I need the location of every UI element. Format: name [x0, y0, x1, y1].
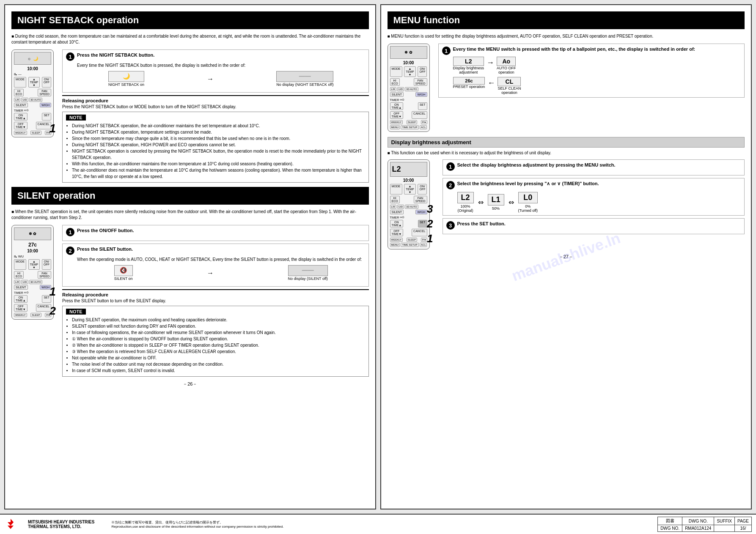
- night-setback-section: NIGHT SETBACK operation During the cold …: [11, 11, 369, 183]
- note-item-1-6: With this function, the air-conditioner …: [72, 161, 365, 167]
- note-list-silent: During SILENT operation, the maximum coo…: [66, 317, 365, 374]
- 3d-auto-btn: 3D AUTO: [29, 98, 43, 102]
- note-box-silent: NOTE During SILENT operation, the maximu…: [62, 306, 369, 377]
- menu-temp-btn: ▲TEMP▼: [404, 66, 415, 77]
- brightness-off-cancel-row: OFFTIME▼ CANCEL: [390, 229, 427, 236]
- display-on-icon: 🌙: [108, 71, 144, 82]
- menu-step1-box: 1 Every time the MENU switch is pressed …: [438, 44, 745, 98]
- brightness-on-btn: ONTIME▲: [390, 220, 404, 227]
- fan-speed-btn: FANSPEED: [38, 89, 51, 96]
- releasing-box-silent: Releasing procedure Press the SILENT but…: [62, 289, 369, 303]
- bottom-row-2: WEEKLY SLEEP P/♦: [14, 313, 51, 317]
- silent-note-3: In case of following operations, the air…: [72, 329, 365, 336]
- left-panel: NIGHT SETBACK operation During the cold …: [4, 4, 376, 509]
- footer-table: 図書 DWG NO. SUFFIX PAGE DWG NO. RMA012A12…: [657, 517, 752, 532]
- off-cancel-row-2: OFFTIME▼ CANCEL: [14, 304, 51, 312]
- menu-off-cancel-row: OFFTIME▼ CANCEL: [390, 111, 427, 119]
- bright-l1: L1 50%: [488, 194, 504, 211]
- night-setback-remote-wrapper: ☼ 🌙 10:00 8ₒ — MODE ▲TEMP▼ ON/OFF: [11, 49, 54, 137]
- silent-note-8: The noise level of the outdoor unit may …: [72, 361, 365, 367]
- menu-bottom-labels: MENU TIME SETUP ACL: [390, 125, 427, 129]
- menu-lr-btn: L/R: [390, 87, 396, 91]
- step-num-1a: 1: [49, 122, 56, 135]
- brightness-set-btn: SET: [418, 220, 427, 227]
- releasing-text-1: Press the NIGHT SETBACK button or MODE b…: [62, 104, 369, 109]
- menu-ud-btn: U/D: [397, 87, 404, 91]
- weekly-btn-2: WEEKLY: [14, 313, 27, 317]
- silent-step2-header: 2 Press the SILENT button.: [66, 246, 365, 255]
- brightness-remote: L2 10:00 MODE ▲TEMP▼ ON/OFF HIECO: [388, 159, 430, 249]
- brightness-lr-btn: L/R: [390, 205, 396, 209]
- night-setback-intro: During the cold season, the room tempera…: [11, 33, 369, 45]
- footer-dwgno-label: DWG NO.: [682, 517, 714, 525]
- remote-row-mode-2: MODE ▲TEMP▼ ON/OFF: [14, 259, 51, 270]
- brightness-step-3: 3: [427, 203, 433, 216]
- bright-l2: L2 100%(Original): [457, 192, 474, 213]
- right-panel: manualshlive.ln MENU function MENU funct…: [380, 4, 752, 509]
- silent-btn-2: SILENT: [14, 285, 28, 290]
- silent-off-area: —— No display (SILENT off): [288, 265, 328, 281]
- ao-label: AUTO OFFoperation: [497, 66, 516, 74]
- temp-btn-2: ▲TEMP▼: [28, 259, 40, 270]
- step-num-silent-1: 1: [49, 285, 56, 298]
- sleep-btn-2: SLEEP: [30, 313, 41, 317]
- menu-remote-area: ❄ ✿ 10:00 MODE ▲TEMP▼ ON/OFF HIECO: [388, 44, 434, 132]
- cycle-item-l2: L2 Display brightnessadjustment: [453, 57, 484, 74]
- svg-marker-1: [8, 522, 14, 526]
- menu-acl-btn: ACL: [420, 125, 427, 129]
- hi-eco-btn: HIECO: [14, 89, 24, 96]
- brightness-3d-btn: 3D AUTO: [405, 205, 418, 209]
- brightness-subtitle: Display brightness adjustment: [388, 137, 745, 148]
- brightness-on-cancel-row: ONTIME▲ SET: [390, 220, 427, 227]
- brightness-temp-btn: ▲TEMP▼: [404, 184, 415, 194]
- ud-btn: U/D: [21, 98, 28, 102]
- off-timer-btn-2: OFFTIME▼: [14, 304, 27, 312]
- brightness-levels: L2 100%(Original) ⇔ L1 50% ⇔: [457, 192, 741, 213]
- silent-note-7: Not operable while the air-conditioner i…: [72, 355, 365, 361]
- ud-btn-2: U/D: [21, 280, 28, 284]
- display-off-label: No display (NIGHT SETBACK off): [276, 82, 333, 88]
- silent-note-1: During SILENT operation, the maximum coo…: [72, 317, 365, 323]
- remote-row-mode: MODE ▲TEMP▼ ON/OFF: [14, 77, 51, 88]
- bright-arrow-1: ⇔: [478, 198, 484, 206]
- menu-remote-hi-row: HIECO FANSPEED: [390, 78, 427, 86]
- 3d-auto-btn-2: 3D AUTO: [29, 280, 43, 284]
- brightness-step1-header: 1 Select the display brightness adjustme…: [446, 162, 741, 171]
- night-setback-main: ☼ 🌙 10:00 8ₒ — MODE ▲TEMP▼ ON/OFF: [11, 49, 369, 183]
- off-cancel-row-1: OFFTIME▼ CANCEL: [14, 122, 51, 129]
- silent-step2-title: Press the SILENT button.: [77, 246, 133, 252]
- menu-silent-btn: SILENT: [390, 92, 404, 97]
- silent-step1-circle: 1: [66, 228, 74, 236]
- brightness-cancel-btn: CANCEL: [412, 229, 427, 236]
- menu-3d-btn: 3D AUTO: [405, 87, 418, 91]
- menu-step1-header: 1 Every time the MENU switch is pressed …: [442, 47, 741, 55]
- brightness-mode-btn: MODE: [390, 184, 402, 194]
- remote-temp-large: 27c: [14, 242, 51, 248]
- brightness-remote-screen: L2: [390, 162, 427, 177]
- brightness-step3-circle: 3: [446, 221, 455, 230]
- menu-off-timer-btn: OFFTIME▼: [390, 111, 404, 119]
- footer-dwgno-val: RMA012A124: [682, 525, 714, 532]
- brightness-hi-eco-btn: HIECO: [390, 196, 400, 203]
- silent-row-1: SILENT WIGH: [14, 103, 51, 107]
- brightness-steps: 1 Select the display brightness adjustme…: [443, 159, 745, 249]
- fan-speed-btn-2: FANSPEED: [38, 271, 51, 279]
- remote-temp-1: 8ₒ —: [14, 72, 51, 76]
- l2-icon: L2: [453, 57, 484, 66]
- display-row-silent: 🔇 SILENT on → —— No display (SILENT off): [77, 265, 365, 281]
- silent-step2-desc: When the operating mode is AUTO, COOL, H…: [77, 257, 362, 262]
- menu-section: MENU function MENU function is used for …: [388, 11, 745, 132]
- display-off-area: —— No display (NIGHT SETBACK off): [276, 71, 333, 87]
- timer-val-1: ∞⊙: [24, 109, 29, 112]
- brightness-silent-row: SILENT WIGH: [390, 210, 427, 214]
- night-setback-remote: ☼ 🌙 10:00 8ₒ — MODE ▲TEMP▼ ON/OFF: [11, 49, 54, 137]
- silent-main: ❄ ✿ 27c 10:00 8ₒ WU MODE ▲TEMP▼ ON/OFF: [11, 225, 369, 377]
- brightness-timesetup-btn: TIME SETUP: [401, 243, 418, 247]
- remote-screen-1: ☼ 🌙: [14, 52, 51, 65]
- menu-set-btn: SET: [418, 102, 427, 110]
- onoff-btn: ON/OFF: [42, 77, 51, 88]
- page-wrapper: NIGHT SETBACK operation During the cold …: [0, 0, 756, 534]
- menu-wigh-btn: WIGH: [415, 92, 427, 97]
- bright-arrow-2: ⇔: [509, 198, 514, 206]
- brightness-step2-box: 2 Select the brightness level by pressin…: [443, 178, 745, 216]
